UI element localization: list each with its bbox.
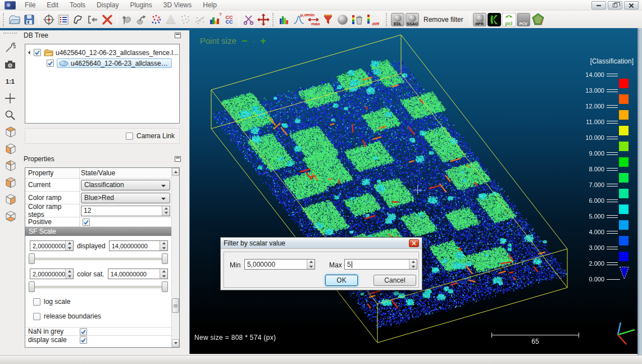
console-button[interactable]: [56, 12, 71, 27]
delete-button[interactable]: [100, 12, 115, 27]
current-sf-combobox[interactable]: Classification: [81, 180, 170, 190]
scroll-up-button[interactable]: [172, 168, 179, 176]
menu-item[interactable]: 3D Views: [158, 0, 197, 10]
view-front-button[interactable]: [3, 142, 17, 156]
color-ramp-combobox[interactable]: Blue>Red: [81, 193, 170, 203]
displayed-max-spinbox[interactable]: 14,00000000: [109, 240, 168, 251]
scroll-down-button[interactable]: [172, 339, 179, 347]
subsample-button[interactable]: [178, 12, 193, 27]
zoom-1-1-button[interactable]: 1:1: [3, 74, 17, 89]
menu-item[interactable]: File: [19, 0, 41, 10]
release-boundaries-checkbox[interactable]: [33, 313, 40, 320]
spin-buttons[interactable]: [160, 241, 167, 251]
display-scale-checkbox[interactable]: [80, 336, 87, 344]
ramp-steps-spinbox[interactable]: 12: [81, 206, 170, 216]
open-file-button[interactable]: [7, 12, 22, 27]
remove-filter-button[interactable]: Remove filter: [420, 14, 467, 25]
toolbar-handle[interactable]: [3, 13, 6, 26]
ssao-shader-button[interactable]: SSAO: [405, 12, 420, 27]
dialog-close-button[interactable]: [409, 239, 419, 247]
slider-handle-min[interactable]: [29, 281, 35, 292]
menu-item[interactable]: Help: [197, 0, 222, 10]
point-picking-button[interactable]: [120, 12, 134, 27]
view-back-button[interactable]: [3, 175, 17, 190]
close-button[interactable]: [624, 1, 639, 10]
restore-button[interactable]: [608, 1, 622, 10]
view-right-button[interactable]: [3, 192, 17, 207]
sphere-tool-button[interactable]: [335, 12, 350, 27]
show-histogram-button[interactable]: [277, 12, 292, 27]
tree-item-cloud[interactable]: u4625640_12-06-23_allclasses_fen...: [25, 58, 179, 69]
minimize-button[interactable]: [591, 1, 606, 10]
gaussian-filter-button[interactable]: μ,σ: [292, 12, 306, 27]
menu-item[interactable]: Tools: [64, 0, 91, 10]
pick-rotation-center-button[interactable]: [42, 12, 56, 27]
spin-buttons[interactable]: [162, 206, 170, 216]
slider-handle-min[interactable]: [29, 253, 35, 264]
segment-button[interactable]: [71, 12, 85, 27]
saturation-max-spinbox[interactable]: 14,00000000: [108, 269, 168, 279]
menu-item[interactable]: Display: [91, 0, 124, 10]
dialog-title-bar[interactable]: Filter by scalar value: [221, 238, 422, 249]
apply-transformation-button[interactable]: [85, 12, 100, 27]
save-button[interactable]: [22, 12, 37, 27]
cross-section-button[interactable]: [242, 12, 256, 27]
zoom-fit-button[interactable]: [3, 108, 17, 122]
spin-buttons[interactable]: [65, 241, 73, 251]
tree-item-group[interactable]: u4625640_12-06-23_allclasses_fence.l...: [25, 47, 179, 58]
delete-scalar-field-button[interactable]: [350, 12, 365, 27]
max-value-spinbox[interactable]: 5: [344, 259, 417, 270]
sample-points-button[interactable]: [163, 12, 178, 27]
nan-grey-checkbox[interactable]: [80, 328, 87, 335]
pcv-plugin-button[interactable]: PCV: [516, 12, 531, 27]
point-pair-align-button[interactable]: [149, 12, 163, 27]
toolbar-handle[interactable]: [3, 33, 17, 37]
set-pivot-button[interactable]: [3, 91, 17, 106]
displayed-range-slider[interactable]: [32, 253, 165, 264]
compute-stat-test-button[interactable]: ?: [207, 12, 222, 27]
spin-buttons[interactable]: [409, 260, 417, 269]
menu-item[interactable]: Plugins: [124, 0, 157, 10]
point-list-picking-button[interactable]: [134, 12, 149, 27]
noise-filter-button[interactable]: [193, 12, 207, 27]
spin-buttons[interactable]: [307, 260, 315, 269]
slider-handle-max[interactable]: [162, 281, 168, 292]
point-size-increase-button[interactable]: +: [260, 37, 266, 45]
expander-icon[interactable]: [28, 51, 32, 54]
db-tree-float-button[interactable]: [175, 33, 181, 38]
spin-buttons[interactable]: [65, 269, 73, 279]
menu-item[interactable]: Edit: [41, 0, 64, 10]
pcl-plugin-button[interactable]: ​pcl: [502, 12, 516, 27]
kinect-plugin-button[interactable]: [487, 12, 502, 27]
view-bottom-button[interactable]: [3, 209, 17, 224]
view-left-button[interactable]: [3, 158, 17, 173]
camera-link-checkbox[interactable]: [126, 133, 133, 140]
hpr-plugin-button[interactable]: HPR: [472, 12, 487, 27]
min-value-spinbox[interactable]: 5,000000: [244, 259, 315, 270]
displayed-min-spinbox[interactable]: 2,00000000: [30, 240, 74, 251]
log-scale-checkbox[interactable]: [33, 298, 40, 306]
ok-button[interactable]: OK: [325, 275, 358, 286]
filter-funnel-button[interactable]: [321, 12, 335, 27]
positive-checkbox[interactable]: [83, 219, 90, 226]
slider-handle-max[interactable]: [162, 253, 168, 264]
cancel-button[interactable]: Cancel: [374, 275, 416, 286]
tree-item-checkbox[interactable]: [34, 49, 41, 56]
saturation-range-slider[interactable]: [32, 281, 165, 292]
filter-by-value-button[interactable]: minmax: [306, 12, 321, 27]
config-tools-button[interactable]: [3, 40, 17, 55]
spin-buttons[interactable]: [160, 269, 167, 279]
properties-float-button[interactable]: [175, 156, 181, 162]
cloud-cloud-distance-button[interactable]: CCCC: [222, 12, 236, 27]
tree-item-checkbox[interactable]: [47, 60, 54, 67]
scroll-thumb[interactable]: [172, 298, 179, 313]
view-top-button[interactable]: [3, 125, 17, 139]
edl-shader-button[interactable]: EDL: [390, 12, 405, 27]
sf-arithmetic-button[interactable]: diff: [365, 12, 379, 27]
facets-plugin-button[interactable]: [531, 12, 545, 27]
screenshot-button[interactable]: [3, 57, 17, 72]
properties-scrollbar[interactable]: [171, 168, 179, 347]
saturation-min-spinbox[interactable]: 2,00000000: [30, 269, 74, 279]
point-size-decrease-button[interactable]: −: [242, 37, 248, 45]
translate-rotate-button[interactable]: [256, 12, 271, 27]
